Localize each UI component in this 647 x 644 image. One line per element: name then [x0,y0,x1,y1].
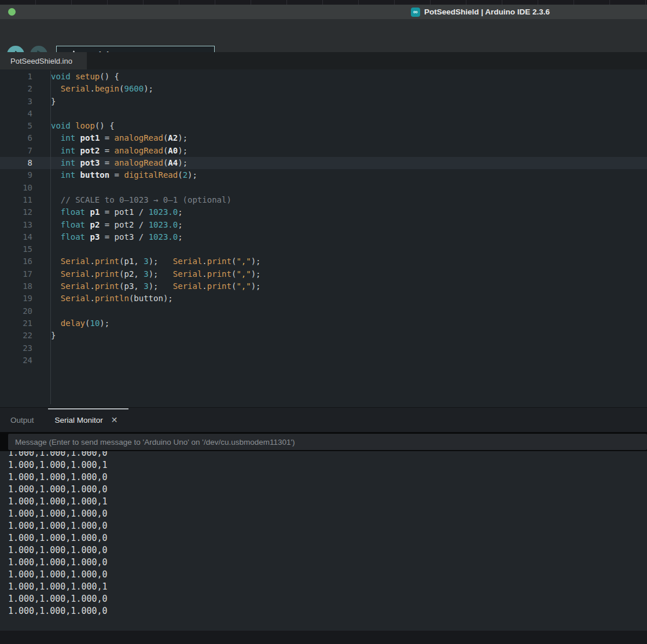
code-text: void setup() { [51,71,119,83]
code-text: int pot1 = analogRead(A2); [51,132,188,144]
bottom-strip [0,631,647,644]
editor-tab-label: PotSeedShield.ino [10,57,72,65]
code-line[interactable]: 20 [0,305,647,317]
toolbar: Arduino Uno ▾ [0,19,647,52]
serial-line: 1.000,1.000,1.000,0 [8,569,647,581]
line-number: 21 [0,317,32,330]
serial-line: 1.000,1.000,1.000,1 [8,581,647,593]
editor-tabbar: PotSeedShield.ino [0,52,647,69]
line-number: 12 [0,206,32,218]
serial-line: 1.000,1.000,1.000,0 [8,520,647,532]
tab-serial-monitor[interactable]: Serial Monitor [55,416,103,425]
code-line[interactable]: 4 [0,108,647,120]
code-text: Serial.print(p2, 3); Serial.print(","); [51,268,261,280]
serial-line: 1.000,1.000,1.000,0 [8,593,647,605]
code-line[interactable]: 2 Serial.begin(9600); [0,83,647,95]
code-line[interactable]: 22} [0,330,647,342]
line-number: 13 [0,219,32,231]
serial-output[interactable]: 1.000,1.000,1.000,01.000,1.000,1.000,11.… [0,451,647,631]
close-icon[interactable]: ✕ [111,415,118,425]
code-text: } [51,330,56,342]
title-group: ∞ PotSeedShield | Arduino IDE 2.3.6 [411,5,550,19]
serial-line: 1.000,1.000,1.000,0 [8,605,647,617]
serial-line: 1.000,1.000,1.000,0 [8,484,647,496]
window-title: PotSeedShield | Arduino IDE 2.3.6 [424,8,550,16]
code-line[interactable]: 19 Serial.println(button); [0,292,647,305]
code-line[interactable]: 10 [0,182,647,194]
code-line[interactable]: 17 Serial.print(p2, 3); Serial.print(","… [0,268,647,280]
code-text: int pot3 = analogRead(A4); [51,157,188,169]
code-text: Serial.print(p1, 3); Serial.print(","); [51,255,261,268]
code-line[interactable]: 24 [0,354,647,367]
line-number: 20 [0,305,32,317]
line-number: 8 [0,157,32,169]
code-line[interactable]: 1void setup() { [0,71,647,83]
line-number: 16 [0,255,32,268]
code-line[interactable]: 18 Serial.print(p3, 3); Serial.print(","… [0,280,647,292]
code-line[interactable]: 9 int button = digitalRead(2); [0,169,647,181]
code-text: delay(10); [51,317,109,330]
code-line[interactable]: 13 float p2 = pot2 / 1023.0; [0,219,647,231]
screen-top-strip [0,0,647,5]
line-number: 6 [0,132,32,144]
line-number: 24 [0,354,32,367]
line-number: 10 [0,182,32,194]
arduino-ide-window: ∞ PotSeedShield | Arduino IDE 2.3.6 [0,0,647,644]
tab-potseedshield-ino[interactable]: PotSeedShield.ino [0,52,87,69]
code-line[interactable]: 12 float p1 = pot1 / 1023.0; [0,206,647,218]
code-line[interactable]: 16 Serial.print(p1, 3); Serial.print(","… [0,255,647,268]
active-tab-indicator [48,408,128,409]
code-line[interactable]: 21 delay(10); [0,317,647,330]
code-text: void loop() { [51,120,115,132]
code-text: float p1 = pot1 / 1023.0; [51,206,183,218]
code-area: 1void setup() {2 Serial.begin(9600);3}45… [0,71,647,367]
serial-line: 1.000,1.000,1.000,1 [8,496,647,508]
line-number: 9 [0,169,32,181]
line-number: 2 [0,83,32,95]
code-line[interactable]: 23 [0,342,647,354]
serial-line: 1.000,1.000,1.000,0 [8,532,647,544]
bottom-panel-header: Output Serial Monitor ✕ [0,407,647,432]
line-number: 4 [0,108,32,120]
line-number: 7 [0,145,32,157]
line-number: 11 [0,194,32,206]
serial-message-input[interactable] [8,434,647,450]
code-text: Serial.print(p3, 3); Serial.print(","); [51,280,261,292]
code-text: // SCALE to 0–1023 → 0–1 (optional) [51,194,231,206]
line-number: 19 [0,292,32,305]
line-number: 17 [0,268,32,280]
serial-line: 1.000,1.000,1.000,1 [8,459,647,471]
line-number: 14 [0,231,32,243]
code-line[interactable]: 8 int pot3 = analogRead(A4); [0,157,647,169]
code-line[interactable]: 5void loop() { [0,120,647,132]
titlebar[interactable]: ∞ PotSeedShield | Arduino IDE 2.3.6 [0,5,647,19]
code-text: Serial.println(button); [51,292,173,305]
code-text: int button = digitalRead(2); [51,169,197,181]
code-line[interactable]: 7 int pot2 = analogRead(A0); [0,145,647,157]
code-line[interactable]: 15 [0,243,647,255]
line-number: 23 [0,342,32,354]
serial-line: 1.000,1.000,1.000,0 [8,508,647,520]
code-text: float p2 = pot2 / 1023.0; [51,219,183,231]
traffic-light-green[interactable] [8,8,16,16]
line-number: 3 [0,96,32,108]
line-number: 15 [0,243,32,255]
line-number: 18 [0,280,32,292]
tab-output[interactable]: Output [10,416,34,425]
code-line[interactable]: 14 float p3 = pot3 / 1023.0; [0,231,647,243]
code-text: Serial.begin(9600); [51,83,153,95]
serial-line: 1.000,1.000,1.000,0 [8,471,647,484]
code-editor[interactable]: 1void setup() {2 Serial.begin(9600);3}45… [0,69,647,407]
code-text: float p3 = pot3 / 1023.0; [51,231,183,243]
code-line[interactable]: 11 // SCALE to 0–1023 → 0–1 (optional) [0,194,647,206]
code-line[interactable]: 3} [0,96,647,108]
code-text: int pot2 = analogRead(A0); [51,145,188,157]
line-number: 5 [0,120,32,132]
serial-message-row [0,432,647,451]
code-text: } [51,96,56,108]
gutter-guide-line [50,71,51,404]
line-number: 22 [0,330,32,342]
code-line[interactable]: 6 int pot1 = analogRead(A2); [0,132,647,144]
arduino-logo-icon: ∞ [411,8,420,17]
line-number: 1 [0,71,32,83]
